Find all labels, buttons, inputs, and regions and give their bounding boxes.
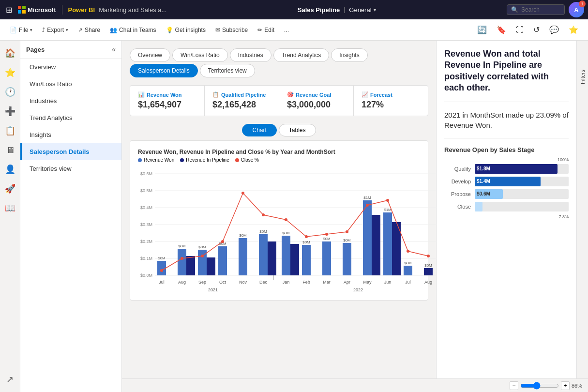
workspaces-icon[interactable]: 📖 [1, 199, 19, 217]
tab-territories[interactable]: Territories view [200, 64, 255, 77]
recent-icon[interactable]: 🕐 [1, 83, 19, 101]
create-icon[interactable]: ➕ [1, 103, 19, 120]
kpi-pipeline-label: 📋 Qualified Pipeline [212, 91, 271, 98]
ms-logo: Microsoft [18, 6, 56, 14]
ms-squares-icon [18, 6, 26, 14]
stage-close-label: Close [444, 204, 471, 210]
chart-container: Revenue Won, Revenue In Pipeline and Clo… [130, 140, 428, 301]
search-input[interactable] [521, 6, 560, 13]
chart-toggle-btn[interactable]: Chart [242, 124, 276, 136]
collapse-icon[interactable]: « [112, 45, 116, 53]
learn-icon[interactable]: 🚀 [1, 180, 19, 197]
stage-close: Close [444, 202, 569, 211]
svg-text:$0.0M: $0.0M [140, 273, 152, 278]
svg-rect-35 [259, 234, 268, 275]
zoom-slider[interactable] [520, 382, 559, 390]
more-button[interactable]: ... [280, 25, 293, 35]
home-icon[interactable]: 🏠 [1, 45, 19, 62]
powerbi-label: Power BI [68, 6, 95, 14]
tab-trend[interactable]: Trend Analytics [273, 48, 330, 62]
subscribe-icon: ✉ [215, 27, 220, 33]
refresh-icon-button[interactable]: 🔄 [473, 23, 491, 36]
svg-point-85 [386, 199, 389, 202]
user-avatar[interactable]: A 1 [569, 2, 584, 17]
edit-button[interactable]: ✏ Edit [254, 25, 278, 35]
insight-detail: 2021 in MonthSort made up 23.09% of Reve… [444, 110, 569, 130]
content-area: Overview Win/Loss Ratio Industries Trend… [122, 41, 588, 392]
sidebar-item-insights[interactable]: Insights [20, 126, 121, 143]
monitor-icon[interactable]: 🖥 [1, 141, 19, 159]
stage-propose-value: $0.6M [477, 191, 490, 196]
subscribe-button[interactable]: ✉ Subscribe [211, 25, 252, 35]
general-label: General [349, 6, 371, 14]
stage-develop-bar: $1.4M [475, 177, 541, 186]
stage-qualify: Qualify $1.8M [444, 164, 569, 174]
stage-develop-bar-wrap: $1.4M [475, 177, 569, 186]
sidebar-item-industries[interactable]: Industries [20, 92, 121, 109]
svg-point-79 [262, 213, 265, 216]
tab-salesperson[interactable]: Salesperson Details [130, 64, 198, 77]
bookmark-button[interactable]: 🔖 [493, 23, 510, 36]
content-main: Overview Win/Loss Ratio Industries Trend… [122, 41, 588, 378]
sidebar-item-trend[interactable]: Trend Analytics [20, 109, 121, 126]
reload-button[interactable]: ↺ [529, 23, 543, 36]
subscribe-label: Subscribe [222, 27, 248, 33]
stage-close-bar [475, 202, 482, 211]
svg-text:Sep: Sep [198, 280, 206, 285]
sidebar-item-territories[interactable]: Territories view [20, 160, 121, 177]
ms-label: Microsoft [28, 6, 56, 14]
edit-label: Edit [264, 27, 274, 33]
teams-icon: 👥 [110, 27, 117, 33]
search-box[interactable]: 🔍 [507, 4, 565, 15]
sidebar-item-salesperson[interactable]: Salesperson Details [20, 143, 121, 160]
share-button[interactable]: ↗ Share [74, 25, 104, 35]
bottom-bar: − + 86% [122, 378, 588, 392]
svg-text:Dec: Dec [259, 280, 268, 285]
svg-rect-43 [322, 241, 331, 275]
zoom-in-button[interactable]: + [561, 381, 570, 390]
svg-rect-48 [372, 215, 380, 275]
export-label: Export [47, 27, 64, 33]
tab-industries[interactable]: Industries [230, 48, 271, 62]
svg-text:$0M: $0M [302, 240, 310, 244]
tab-winloss[interactable]: Win/Loss Ratio [172, 48, 228, 62]
stage-develop: Develop $1.4M [444, 177, 569, 186]
fullscreen-button[interactable]: ⛶ [512, 24, 528, 36]
people-icon[interactable]: 👤 [1, 161, 19, 178]
kpi-goal-icon: 🎯 [287, 91, 294, 98]
file-chevron-icon: ▾ [30, 28, 32, 32]
favorite-button[interactable]: ⭐ [565, 23, 582, 36]
file-button[interactable]: 📄 File ▾ [6, 25, 36, 35]
chat-teams-button[interactable]: 👥 Chat in Teams [106, 25, 160, 35]
export-button[interactable]: ⤴ Export ▾ [38, 25, 72, 35]
svg-rect-23 [157, 261, 166, 275]
tab-overview[interactable]: Overview [130, 48, 170, 62]
browse-icon[interactable]: 📋 [1, 122, 19, 139]
tab-insights[interactable]: Insights [331, 48, 367, 62]
svg-text:$0.4M: $0.4M [140, 205, 152, 210]
external-icon[interactable]: ↗ [1, 371, 19, 388]
filters-panel[interactable]: Filters [576, 41, 588, 378]
stage-qualify-bar: $1.8M [475, 164, 558, 174]
sidebar-nav: Overview Win/Loss Ratio Industries Trend… [20, 59, 121, 392]
stage-qualify-label: Qualify [444, 166, 471, 172]
kpi-revenue-won-label: 📊 Revenue Won [138, 91, 196, 98]
sidebar-item-winloss[interactable]: Win/Loss Ratio [20, 75, 121, 92]
zoom-level: 86% [572, 383, 582, 389]
tables-toggle-btn[interactable]: Tables [279, 124, 316, 136]
svg-text:Mar: Mar [323, 280, 331, 285]
sidebar-item-overview[interactable]: Overview [20, 59, 121, 75]
zoom-out-button[interactable]: − [510, 381, 518, 390]
stage-propose: Propose $0.6M [444, 189, 569, 199]
main-layout: 🏠 ⭐ 🕐 ➕ 📋 🖥 👤 🚀 📖 ↗ Pages « Overview Win… [0, 41, 588, 392]
sidebar-header: Pages « [20, 41, 121, 59]
waffle-icon[interactable]: ⊞ [4, 3, 14, 16]
kpi-qualified-pipeline: 📋 Qualified Pipeline $2,165,428 [205, 86, 279, 116]
tab-bar: Overview Win/Loss Ratio Industries Trend… [130, 48, 428, 77]
insights-button[interactable]: 💡 Get insights [162, 25, 210, 35]
svg-point-78 [241, 192, 244, 195]
favorites-icon[interactable]: ⭐ [1, 64, 19, 81]
comment-button[interactable]: 💬 [545, 23, 563, 36]
general-dropdown[interactable]: General ▾ [349, 6, 376, 14]
svg-rect-47 [363, 200, 372, 275]
